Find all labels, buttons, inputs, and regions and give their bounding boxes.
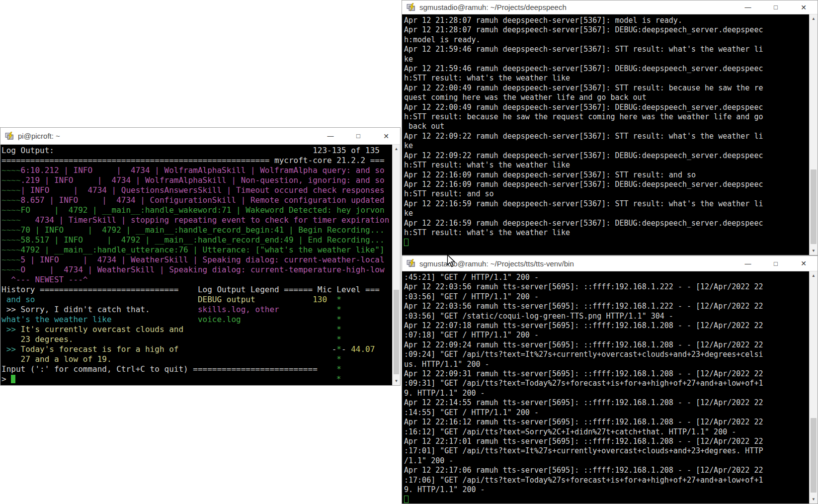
titlebar-tts[interactable]: sgmustadio@ramuh: ~/Projects/tts/tts-ven… bbox=[402, 256, 818, 271]
terminal-line: Apr 12 22:14:55 ramuh tts-server[5695]: … bbox=[404, 398, 809, 408]
terminal-output-tts[interactable]: :45:21] "GET / HTTP/1.1" 200 -Apr 12 22:… bbox=[402, 271, 809, 504]
window-title: sgmustadio@ramuh: ~/Projects/deepspeech bbox=[419, 3, 734, 11]
minimize-button[interactable]: — bbox=[734, 4, 762, 10]
window-title: pi@picroft: ~ bbox=[18, 132, 317, 140]
terminal-line: /1.1" 200 - bbox=[404, 456, 809, 466]
terminal-line: Apr 12 22:16:59 ramuh deepspeech-server[… bbox=[404, 219, 809, 228]
minimize-button[interactable]: — bbox=[317, 133, 344, 139]
scroll-down-icon[interactable]: ▼ bbox=[810, 247, 818, 255]
close-button[interactable]: ✕ bbox=[790, 4, 818, 11]
window-tts: sgmustadio@ramuh: ~/Projects/tts/tts-ven… bbox=[402, 255, 818, 504]
terminal-line: ~~~~58.517 | INFO | 4792 | __main__:hand… bbox=[1, 235, 392, 245]
terminal-line: :09:24] "GET /api/tts?text=It%27s+curren… bbox=[404, 350, 809, 359]
terminal-cursor bbox=[404, 496, 409, 503]
terminal-line: what's the weather like voice.log * bbox=[1, 315, 392, 325]
scrollbar-tts[interactable]: ▲ ▼ bbox=[809, 271, 818, 504]
terminal-line bbox=[404, 238, 809, 247]
terminal-line: Apr 12 21:28:07 ramuh deepspeech-server[… bbox=[404, 25, 809, 35]
terminal-line: :03:56] "GET /static/coqui-log-green-TTS… bbox=[404, 312, 809, 321]
terminal-line: h:STT result: what's the weather like bbox=[404, 161, 809, 170]
window-controls: — □ ✕ bbox=[317, 128, 400, 144]
terminal-line: us. HTTP/1.1" 200 - bbox=[404, 360, 809, 369]
close-button[interactable]: ✕ bbox=[790, 260, 818, 267]
terminal-line: Apr 12 21:59:46 ramuh deepspeech-server[… bbox=[404, 45, 809, 54]
scroll-up-icon[interactable]: ▲ bbox=[810, 14, 818, 23]
terminal-line: Apr 12 22:09:31 ramuh tts-server[5695]: … bbox=[404, 369, 809, 379]
terminal-line: Apr 12 22:03:56 ramuh tts-server[5695]: … bbox=[404, 302, 809, 311]
terminal-line: Apr 12 22:16:59 ramuh deepspeech-server[… bbox=[404, 199, 809, 209]
terminal-line: and so DEBUG output 130 * bbox=[1, 295, 392, 305]
scrollbar-thumb[interactable] bbox=[811, 418, 817, 493]
terminal-line: h:STT result: because he saw the request… bbox=[404, 112, 809, 122]
terminal-line: Apr 12 22:16:12 ramuh tts-server[5695]: … bbox=[404, 418, 809, 427]
terminal-line: :03:56] "GET / HTTP/1.1" 200 - bbox=[404, 292, 809, 302]
titlebar-deepspeech[interactable]: sgmustadio@ramuh: ~/Projects/deepspeech … bbox=[402, 0, 818, 14]
terminal-line: Apr 12 22:00:49 ramuh deepspeech-server[… bbox=[404, 103, 809, 112]
terminal-line: :17:06] "GET /api/tts?text=Today%27s+for… bbox=[404, 476, 809, 485]
terminal-line: 27 and a low of 19. * bbox=[1, 354, 392, 364]
scrollbar-deepspeech[interactable]: ▲ ▼ bbox=[809, 14, 818, 255]
terminal-line: Apr 12 22:17:06 ramuh tts-server[5695]: … bbox=[404, 466, 809, 475]
titlebar-picroft[interactable]: pi@picroft: ~ — □ ✕ bbox=[0, 128, 400, 145]
terminal-line: :07:18] "GET / HTTP/1.1" 200 - bbox=[404, 331, 809, 340]
terminal-line: Apr 12 21:59:46 ramuh deepspeech-server[… bbox=[404, 64, 809, 74]
terminal-line: ke bbox=[404, 55, 809, 64]
scroll-up-icon[interactable]: ▲ bbox=[393, 145, 400, 153]
window-picroft: pi@picroft: ~ — □ ✕ Log Output: 123-135 … bbox=[0, 127, 401, 386]
maximize-button[interactable]: □ bbox=[762, 260, 790, 267]
window-controls: — □ ✕ bbox=[734, 256, 818, 271]
terminal-line: :09:31] "GET /api/tts?text=Today%27s+for… bbox=[404, 379, 809, 388]
terminal-line: ~~~~70 | INFO | 4792 | __main__:handle_r… bbox=[1, 225, 392, 235]
terminal-output-picroft[interactable]: Log Output: 123-135 of 135==============… bbox=[0, 145, 392, 385]
terminal-line: >> Sorry, I didn't catch that. skills.lo… bbox=[1, 305, 392, 315]
putty-icon bbox=[407, 259, 415, 268]
maximize-button[interactable]: □ bbox=[762, 4, 790, 10]
terminal-line: ke bbox=[404, 209, 809, 218]
scroll-down-icon[interactable]: ▼ bbox=[810, 495, 818, 504]
terminal-line: ^--- NEWEST ---^ bbox=[1, 275, 392, 285]
terminal-line: ~~~~4792 | __main__:handle_utterance:76 … bbox=[1, 245, 392, 255]
terminal-line: ~~~~8.657 | INFO | 4734 | ConfigurationS… bbox=[1, 195, 392, 205]
terminal-line: ========================================… bbox=[1, 156, 392, 166]
terminal-output-deepspeech[interactable]: Apr 12 21:28:07 ramuh deepspeech-server[… bbox=[402, 14, 809, 255]
scroll-down-icon[interactable]: ▼ bbox=[393, 377, 400, 385]
close-button[interactable]: ✕ bbox=[372, 133, 400, 140]
terminal-line: Apr 12 22:09:22 ramuh deepspeech-server[… bbox=[404, 151, 809, 161]
terminal-line: quest coming here was the weather life a… bbox=[404, 93, 809, 102]
maximize-button[interactable]: □ bbox=[344, 133, 372, 139]
terminal-line: h:STT result: what's the weather like bbox=[404, 74, 809, 83]
window-title: sgmustadio@ramuh: ~/Projects/tts/tts-ven… bbox=[419, 259, 734, 268]
terminal-cursor bbox=[11, 375, 15, 383]
terminal-line: h:model is ready. bbox=[404, 35, 809, 45]
scrollbar-thumb[interactable] bbox=[394, 290, 399, 374]
window-controls: — □ ✕ bbox=[734, 0, 818, 14]
terminal-line: Apr 12 22:09:22 ramuh deepspeech-server[… bbox=[404, 132, 809, 141]
terminal-line: :45:21] "GET / HTTP/1.1" 200 - bbox=[404, 273, 809, 282]
terminal-line: Apr 12 22:07:18 ramuh tts-server[5695]: … bbox=[404, 321, 809, 331]
terminal-line: Log Output: 123-135 of 135 bbox=[1, 146, 392, 156]
terminal-line: :17:01] "GET /api/tts?text=It%27s+curren… bbox=[404, 446, 809, 456]
scrollbar-thumb[interactable] bbox=[811, 169, 817, 244]
terminal-line: :16:12] "GET /api/tts?text=Sorry%2C+I+di… bbox=[404, 427, 809, 437]
terminal-line: ke bbox=[404, 141, 809, 151]
terminal-line: Apr 12 22:09:24 ramuh tts-server[5695]: … bbox=[404, 340, 809, 350]
terminal-line: >> It's currently overcast clouds and * bbox=[1, 325, 392, 335]
window-deepspeech: sgmustadio@ramuh: ~/Projects/deepspeech … bbox=[402, 0, 818, 255]
terminal-line: 23 degrees. * bbox=[1, 335, 392, 344]
terminal-line: Apr 12 21:28:07 ramuh deepspeech-server[… bbox=[404, 16, 809, 25]
terminal-line: h:STT result: and so bbox=[404, 189, 809, 199]
terminal-line: ~~~~6:10.212 | INFO | 4734 | WolframAlph… bbox=[1, 166, 392, 175]
minimize-button[interactable]: — bbox=[734, 260, 762, 267]
terminal-line: back out bbox=[404, 122, 809, 131]
terminal-line bbox=[404, 495, 809, 504]
terminal-line: ~~~~O | 4734 | WeatherSkill | Speaking d… bbox=[1, 265, 392, 275]
terminal-line: Apr 12 22:03:56 ramuh tts-server[5695]: … bbox=[404, 282, 809, 292]
terminal-line: ~~~~ 4734 | TimerSkill | stopping repeat… bbox=[1, 215, 392, 225]
putty-icon bbox=[5, 132, 14, 141]
terminal-line: > * bbox=[1, 374, 392, 384]
scroll-up-icon[interactable]: ▲ bbox=[810, 271, 818, 280]
scrollbar-picroft[interactable]: ▲ ▼ bbox=[392, 145, 400, 385]
terminal-line: Apr 12 22:17:01 ramuh tts-server[5695]: … bbox=[404, 437, 809, 446]
terminal-line: :14:55] "GET / HTTP/1.1" 200 - bbox=[404, 408, 809, 418]
terminal-line: Apr 12 22:16:09 ramuh deepspeech-server[… bbox=[404, 170, 809, 180]
